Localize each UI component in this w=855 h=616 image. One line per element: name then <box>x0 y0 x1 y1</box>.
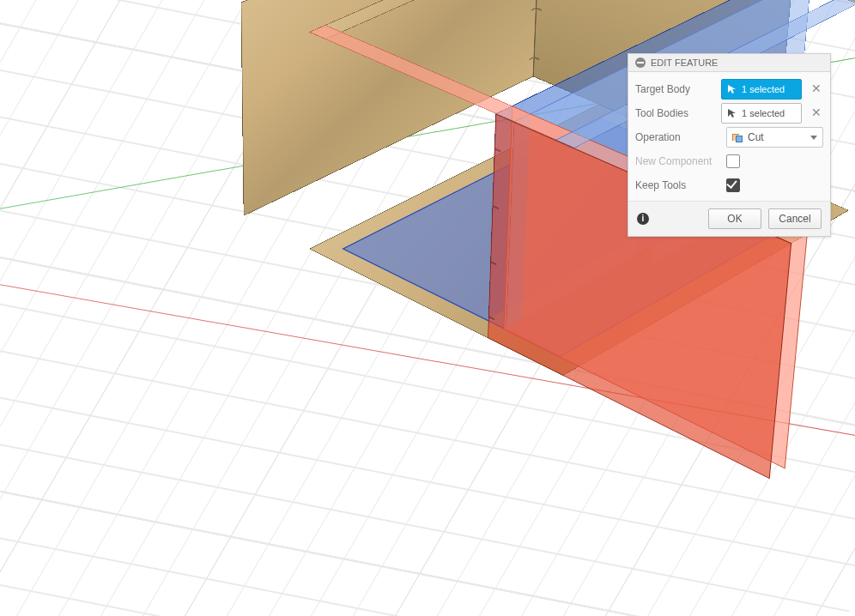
row-new-component: New Component <box>635 149 823 173</box>
row-operation: Operation Cut <box>635 125 823 149</box>
chevron-down-icon <box>810 136 817 140</box>
collapse-icon[interactable] <box>635 57 646 68</box>
target-body-chip-text: 1 selected <box>742 84 785 94</box>
target-body-clear-icon[interactable]: ✕ <box>809 82 823 97</box>
panel-title: EDIT FEATURE <box>651 57 718 68</box>
tool-bodies-label: Tool Bodies <box>635 107 714 119</box>
new-component-checkbox <box>726 154 740 168</box>
cursor-icon <box>727 108 737 118</box>
tool-bodies-chip-text: 1 selected <box>742 108 785 118</box>
cursor-icon <box>727 84 737 94</box>
row-tool-bodies: Tool Bodies 1 selected ✕ <box>635 101 823 125</box>
row-keep-tools: Keep Tools <box>635 173 823 197</box>
cancel-button[interactable]: Cancel <box>768 208 822 229</box>
panel-header[interactable]: EDIT FEATURE <box>628 54 830 72</box>
operation-dropdown[interactable]: Cut <box>726 127 823 148</box>
keep-tools-label: Keep Tools <box>635 179 719 191</box>
panel-footer: i OK Cancel <box>628 201 830 236</box>
info-icon[interactable]: i <box>637 213 649 225</box>
ok-button[interactable]: OK <box>708 208 761 229</box>
target-body-chip[interactable]: 1 selected <box>721 79 802 100</box>
new-component-label: New Component <box>635 155 719 167</box>
row-target-body: Target Body 1 selected ✕ <box>635 77 823 101</box>
tool-bodies-clear-icon[interactable]: ✕ <box>809 106 823 121</box>
edit-feature-panel[interactable]: EDIT FEATURE Target Body 1 selected ✕ To… <box>628 53 831 237</box>
operation-value: Cut <box>748 131 764 143</box>
cut-icon <box>732 132 743 142</box>
keep-tools-checkbox[interactable] <box>726 178 740 192</box>
operation-label: Operation <box>635 131 719 143</box>
panel-body: Target Body 1 selected ✕ Tool Bodies 1 s… <box>628 72 830 201</box>
target-body-label: Target Body <box>635 83 714 95</box>
tool-bodies-chip[interactable]: 1 selected <box>721 103 802 124</box>
